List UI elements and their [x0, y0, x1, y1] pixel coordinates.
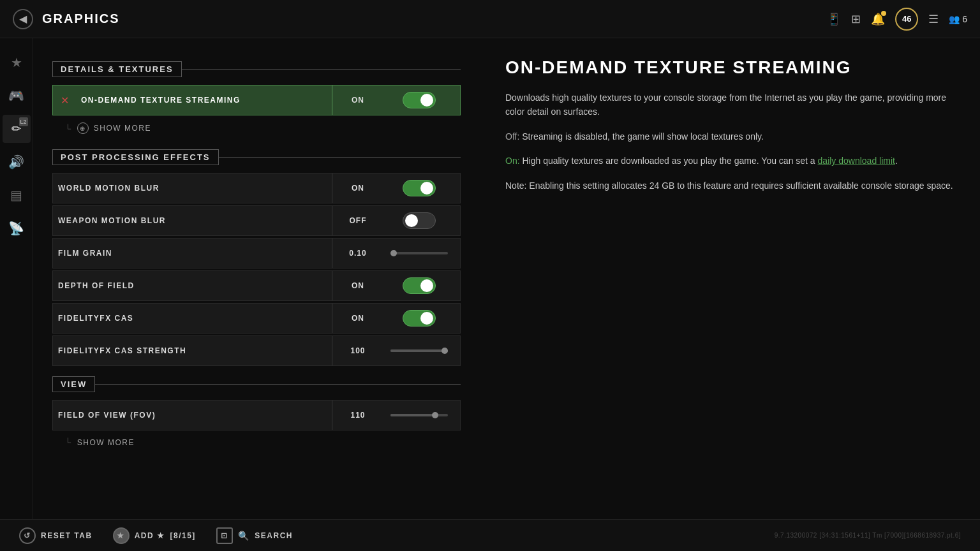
- main-content: DETAILS & TEXTURES ✕ ON-DEMAND TEXTURE S…: [33, 38, 980, 551]
- slider-thumb-fg[interactable]: [390, 250, 397, 256]
- setting-row-fov[interactable]: FIELD OF VIEW (FOV) 110: [52, 400, 461, 430]
- setting-row-on-demand-texture[interactable]: ✕ ON-DEMAND TEXTURE STREAMING ON: [52, 85, 461, 115]
- info-panel: ON-DEMAND TEXTURE STREAMING Downloads hi…: [480, 38, 980, 551]
- search-box-icon: ⊡: [216, 527, 233, 544]
- toggle-switch-wepblur[interactable]: [403, 212, 436, 229]
- sidebar-item-favorites[interactable]: ★: [3, 48, 31, 77]
- sidebar-item-graphics[interactable]: ✏ L2: [3, 115, 31, 143]
- note-prefix: Note:: [505, 180, 526, 191]
- setting-row-dof[interactable]: DEPTH OF FIELD ON: [52, 270, 461, 301]
- setting-row-weapon-motion-blur[interactable]: WEAPON MOTION BLUR OFF: [52, 205, 461, 236]
- slider-fill-fov: [390, 414, 435, 416]
- reset-tab-button[interactable]: ↺ RESET TAB: [19, 527, 93, 544]
- section-title-post: POST PROCESSING EFFECTS: [52, 149, 219, 165]
- sidebar-item-controller[interactable]: 🎮: [3, 82, 31, 110]
- setting-row-film-grain[interactable]: FILM GRAIN 0.10: [52, 238, 461, 268]
- slider-fill-cas: [390, 349, 448, 352]
- search-icon-inner: 🔍: [238, 531, 250, 541]
- off-text: Streaming is disabled, the game will sho…: [519, 131, 764, 142]
- sidebar: ★ 🎮 ✏ L2 🔊 ▤ 📡: [0, 38, 33, 551]
- topbar-right: 📱 ⊞ 🔔 46 ☰ 👥 6: [827, 8, 967, 31]
- network-icon: 📡: [8, 221, 24, 236]
- toggle-wepblur[interactable]: [383, 212, 460, 229]
- toggle-on-demand[interactable]: [383, 92, 460, 108]
- slider-thumb-fov[interactable]: [432, 412, 438, 418]
- info-description: Downloads high quality textures to your …: [505, 91, 954, 119]
- show-more-view[interactable]: └ SHOW MORE: [52, 432, 461, 452]
- show-more-label: SHOW MORE: [94, 124, 151, 133]
- reset-tab-label: RESET TAB: [41, 531, 93, 540]
- info-note: Note: Enabling this setting allocates 24…: [505, 179, 954, 193]
- audio-icon: 🔊: [8, 154, 24, 170]
- show-more-icon: ⊕: [77, 122, 89, 134]
- toggle-switch-on-demand[interactable]: [403, 92, 436, 108]
- info-off-text: Off: Streaming is disabled, the game wil…: [505, 129, 954, 143]
- add-count-label: [8/15]: [170, 531, 195, 540]
- section-title-details: DETAILS & TEXTURES: [52, 61, 182, 77]
- slider-thumb-cas[interactable]: [442, 348, 448, 354]
- toggle-switch-dof[interactable]: [403, 277, 436, 294]
- setting-name-wepblur: WEAPON MOTION BLUR: [53, 216, 332, 225]
- slider-fov[interactable]: [383, 414, 460, 416]
- toggle-switch-cas[interactable]: [403, 310, 436, 327]
- phone-icon[interactable]: 📱: [827, 12, 841, 26]
- download-limit-link[interactable]: daily download limit: [818, 156, 895, 166]
- toggle-thumb-wmb: [420, 182, 433, 195]
- slider-track-fov: [390, 414, 448, 416]
- toggle-switch-wmb[interactable]: [403, 180, 436, 196]
- setting-name-cas: FIDELITYFX CAS: [53, 314, 332, 323]
- settings-panel: DETAILS & TEXTURES ✕ ON-DEMAND TEXTURE S…: [33, 38, 480, 551]
- topbar: ◀ GRAPHICS 📱 ⊞ 🔔 46 ☰ 👥 6: [0, 0, 980, 38]
- section-line-view: [94, 384, 461, 385]
- add-icon: ★: [113, 527, 130, 544]
- info-title: ON-DEMAND TEXTURE STREAMING: [505, 57, 954, 78]
- toggle-dof[interactable]: [383, 277, 460, 294]
- bottombar: ↺ RESET TAB ★ ADD ★ [8/15] ⊡ 🔍 SEARCH 9.…: [0, 519, 980, 551]
- toggle-cas[interactable]: [383, 310, 460, 327]
- on-text-part2: .: [895, 156, 898, 166]
- tree-line-view-icon: └: [65, 437, 72, 447]
- slider-cas-strength[interactable]: [383, 349, 460, 352]
- section-title-view: VIEW: [52, 376, 95, 392]
- level-badge: 46: [895, 8, 918, 31]
- on-label: On:: [505, 156, 520, 166]
- add-label: ADD ★: [135, 531, 165, 540]
- menu-icon[interactable]: ☰: [928, 12, 939, 26]
- topbar-left: ◀ GRAPHICS: [13, 9, 120, 29]
- controller-icon: 🎮: [8, 88, 24, 103]
- players-icon: 👥: [949, 14, 960, 24]
- info-on-text: On: High quality textures are downloaded…: [505, 154, 954, 168]
- reset-tab-icon: ↺: [19, 527, 36, 544]
- show-more-details[interactable]: └ ⊕ SHOW MORE: [52, 117, 461, 139]
- version-text: 9.7.13200072 [34:31:1561+11] Tm [7000][1…: [775, 532, 961, 539]
- sidebar-item-audio[interactable]: 🔊: [3, 148, 31, 176]
- tree-line-icon: └: [65, 124, 72, 133]
- page-title: GRAPHICS: [42, 11, 120, 26]
- toggle-wmb[interactable]: [383, 180, 460, 196]
- slider-fg[interactable]: [383, 252, 460, 254]
- setting-name-cas-strength: FIDELITYFX CAS STRENGTH: [53, 346, 332, 355]
- setting-name-dof: DEPTH OF FIELD: [53, 281, 332, 290]
- toggle-thumb-wepblur: [405, 214, 418, 227]
- row-x-icon: ✕: [53, 94, 76, 107]
- toggle-thumb: [420, 94, 433, 107]
- setting-value-fg: 0.10: [332, 249, 383, 258]
- sidebar-item-interface[interactable]: ▤: [3, 181, 31, 209]
- grid-icon[interactable]: ⊞: [851, 12, 861, 26]
- back-button[interactable]: ◀: [13, 9, 33, 29]
- on-text-part1: High quality textures are downloaded as …: [520, 156, 818, 166]
- setting-row-world-motion-blur[interactable]: WORLD MOTION BLUR ON: [52, 173, 461, 203]
- notification-area[interactable]: 🔔: [871, 12, 885, 26]
- sidebar-item-network[interactable]: 📡: [3, 214, 31, 242]
- slider-track-cas: [390, 349, 448, 352]
- setting-row-fidelityfx-cas[interactable]: FIDELITYFX CAS ON: [52, 303, 461, 334]
- show-more-view-label: SHOW MORE: [77, 438, 135, 447]
- slider-track-fg: [390, 252, 448, 254]
- add-button[interactable]: ★ ADD ★ [8/15]: [113, 527, 196, 544]
- section-line: [181, 69, 461, 70]
- search-button[interactable]: ⊡ 🔍 SEARCH: [216, 527, 293, 544]
- setting-name-fg: FILM GRAIN: [53, 249, 332, 258]
- setting-row-fidelityfx-cas-strength[interactable]: FIDELITYFX CAS STRENGTH 100: [52, 335, 461, 366]
- interface-icon: ▤: [10, 187, 22, 203]
- setting-name-wmb: WORLD MOTION BLUR: [53, 184, 332, 193]
